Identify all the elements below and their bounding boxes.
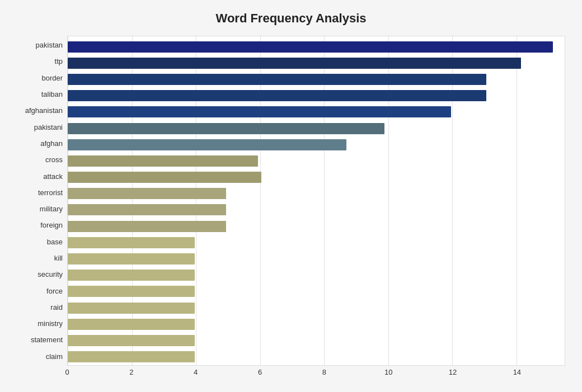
x-axis: 02468101214 (67, 368, 565, 379)
bar (68, 172, 261, 183)
y-label: foreign (17, 218, 63, 233)
y-label: ttp (17, 54, 63, 69)
y-label: taliban (17, 87, 63, 102)
x-tick: 12 (449, 368, 457, 376)
bar-row (68, 121, 559, 136)
y-label: border (17, 70, 63, 85)
bar-row (68, 88, 559, 103)
bar-row (68, 154, 559, 168)
bar (68, 351, 195, 362)
y-label: cross (17, 153, 63, 167)
x-tick: 2 (129, 368, 133, 376)
y-label: pakistani (17, 120, 63, 134)
bar-row (68, 138, 559, 152)
bar (68, 303, 195, 314)
bar-row (68, 186, 559, 201)
chart-title: Word Frequency Analysis (17, 11, 565, 26)
y-label: afghan (17, 136, 63, 150)
chart-area: pakistanttpbordertalibanafghanistanpakis… (17, 36, 565, 366)
bar-row (68, 252, 559, 266)
bar (68, 237, 195, 248)
bar (68, 253, 195, 265)
bar-row (68, 317, 559, 332)
y-label: attack (17, 169, 63, 183)
bar (68, 139, 346, 150)
bar (68, 74, 486, 85)
y-labels: pakistanttpbordertalibanafghanistanpakis… (17, 36, 67, 366)
bar (68, 270, 195, 281)
bar-row (68, 268, 559, 282)
y-label: ministry (17, 317, 63, 331)
y-label: kill (17, 251, 63, 266)
bar (68, 41, 553, 53)
bar-row (68, 301, 559, 315)
bar (68, 106, 451, 117)
y-label: afghanistan (17, 103, 63, 118)
bar (68, 286, 195, 297)
y-label: base (17, 234, 63, 249)
x-tick: 4 (194, 368, 198, 376)
bar-row (68, 40, 559, 54)
bars-area (67, 36, 565, 366)
y-label: claim (17, 349, 63, 363)
y-label: military (17, 202, 63, 216)
bar-row (68, 105, 559, 119)
bar (68, 123, 384, 134)
bar-row (68, 202, 559, 217)
chart-container: Word Frequency Analysis pakistanttpborde… (0, 0, 582, 392)
x-tick: 6 (258, 368, 262, 376)
x-tick: 8 (322, 368, 326, 376)
bar (68, 319, 195, 330)
bar-row (68, 72, 559, 87)
x-tick: 14 (513, 368, 521, 376)
bar (68, 155, 258, 167)
bar-row (68, 333, 559, 348)
bar-row (68, 56, 559, 70)
bar (68, 204, 226, 215)
bar (68, 221, 226, 232)
y-label: pakistan (17, 38, 63, 53)
bar (68, 58, 521, 69)
bar-row (68, 235, 559, 250)
bar-row (68, 219, 559, 234)
bar-row (68, 350, 559, 364)
bar (68, 90, 486, 101)
y-label: security (17, 267, 63, 282)
bar-row (68, 170, 559, 185)
bar (68, 188, 226, 199)
y-label: raid (17, 300, 63, 314)
y-label: terrorist (17, 185, 63, 200)
y-label: statement (17, 333, 63, 347)
x-tick: 10 (384, 368, 392, 376)
y-label: force (17, 284, 63, 298)
x-tick: 0 (65, 368, 69, 376)
bar (68, 335, 195, 346)
bar-row (68, 284, 559, 299)
